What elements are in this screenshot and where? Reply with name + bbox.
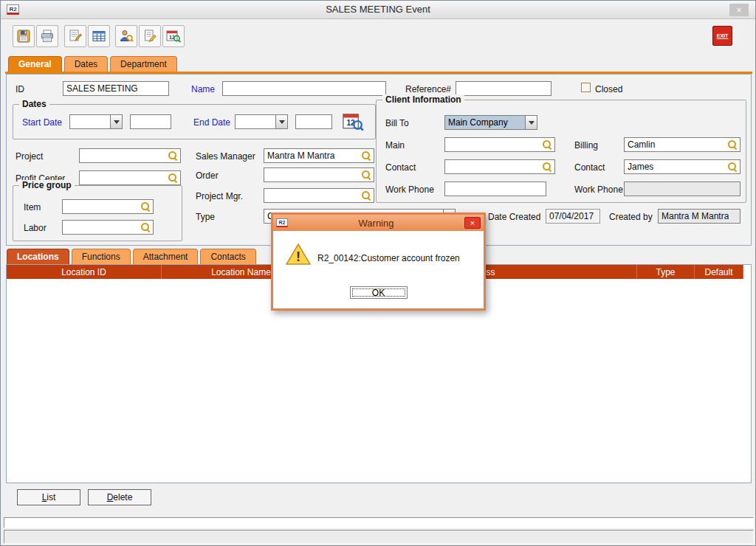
- order-label: Order: [196, 170, 219, 181]
- type-label: Type: [196, 212, 215, 222]
- window-title: SALES MEETING Event: [1, 4, 755, 15]
- bill-to-select[interactable]: Main Company: [444, 115, 537, 130]
- calendar-search-button[interactable]: 12: [162, 25, 185, 47]
- project-mgr-field[interactable]: [264, 188, 374, 203]
- billing-field[interactable]: Camlin: [624, 137, 740, 152]
- title-bar[interactable]: R2 SALES MEETING Event ×: [1, 1, 755, 19]
- print-button[interactable]: [36, 25, 58, 47]
- search-icon[interactable]: [543, 162, 551, 171]
- list-button[interactable]: List: [17, 489, 80, 505]
- sales-manager-field[interactable]: Mantra M Mantra: [264, 148, 374, 163]
- created-by-field: Mantra M Mantra: [658, 209, 740, 224]
- warning-icon: !: [285, 243, 312, 266]
- name-field[interactable]: [222, 81, 386, 96]
- work-phone-field[interactable]: [444, 182, 546, 196]
- project-mgr-label: Project Mgr.: [196, 191, 243, 201]
- search-icon[interactable]: [728, 140, 737, 149]
- edit-document-button[interactable]: [139, 25, 161, 47]
- end-date-label: End Date: [193, 117, 230, 128]
- tab-attachment[interactable]: Attachment: [133, 249, 199, 264]
- edit-document-icon: [142, 29, 157, 44]
- price-group: Price group Item Labor: [13, 185, 182, 241]
- notes-icon: [68, 29, 83, 44]
- tab-general[interactable]: General: [8, 56, 62, 72]
- tab-functions[interactable]: Functions: [72, 249, 131, 264]
- date-calendar-button[interactable]: 12: [341, 110, 365, 136]
- project-field[interactable]: [79, 148, 181, 163]
- main-label: Main: [385, 140, 405, 151]
- price-group-title: Price group: [19, 180, 75, 190]
- notes-button[interactable]: [64, 25, 86, 47]
- search-icon[interactable]: [362, 170, 371, 179]
- svg-text:!: !: [296, 249, 300, 264]
- search-icon[interactable]: [141, 202, 150, 211]
- grid-icon: [92, 29, 106, 44]
- column-header-type[interactable]: Type: [637, 265, 695, 279]
- lower-tab-bar: Locations Functions Attachment Contacts: [7, 249, 258, 264]
- id-field[interactable]: SALES MEETING: [63, 81, 169, 96]
- bill-to-label: Bill To: [385, 118, 409, 128]
- search-icon[interactable]: [728, 162, 737, 171]
- tab-dates[interactable]: Dates: [64, 56, 108, 72]
- client-information-group: Client Information Bill To Main Company …: [376, 100, 746, 203]
- search-icon[interactable]: [543, 140, 551, 149]
- id-label: ID: [16, 84, 24, 94]
- tab-department[interactable]: Department: [110, 56, 177, 72]
- contact-field[interactable]: [444, 159, 555, 174]
- tab-contacts[interactable]: Contacts: [200, 249, 255, 264]
- end-date-select[interactable]: [235, 114, 288, 129]
- dialog-title: Warning: [288, 218, 464, 229]
- start-time-field[interactable]: [130, 114, 171, 129]
- item-label: Item: [24, 202, 41, 212]
- dialog-close-button[interactable]: ×: [464, 217, 481, 229]
- project-label: Project: [16, 151, 43, 162]
- window-close-button[interactable]: ×: [729, 4, 749, 16]
- labor-label: Labor: [24, 223, 47, 233]
- print-icon: [40, 29, 55, 44]
- app-window: R2 SALES MEETING Event ×: [0, 0, 756, 546]
- status-bar-field: [4, 517, 754, 528]
- dialog-app-icon: R2: [276, 218, 288, 227]
- closed-checkbox[interactable]: [581, 83, 591, 92]
- billing-contact-label: Contact: [574, 162, 605, 173]
- person-search-icon: [119, 29, 134, 44]
- search-icon[interactable]: [362, 151, 371, 160]
- closed-label: Closed: [595, 84, 622, 94]
- grid-button[interactable]: [88, 25, 110, 47]
- start-date-select[interactable]: [69, 114, 123, 129]
- contact-label: Contact: [385, 162, 416, 173]
- save-button[interactable]: [13, 25, 35, 47]
- created-by-label: Created by: [609, 212, 653, 222]
- profit-center-field[interactable]: [79, 170, 181, 185]
- calendar-icon: 12: [341, 110, 365, 134]
- search-icon[interactable]: [362, 191, 371, 200]
- column-header-default[interactable]: Default: [695, 265, 743, 279]
- search-icon[interactable]: [141, 223, 150, 232]
- reference-field[interactable]: [456, 81, 551, 96]
- search-icon[interactable]: [168, 151, 177, 160]
- search-icon[interactable]: [168, 173, 177, 182]
- billing-work-phone-field: [624, 182, 740, 196]
- item-field[interactable]: [62, 199, 154, 214]
- dialog-message: R2_00142:Customer account frozen: [317, 253, 460, 263]
- chevron-down-icon[interactable]: [525, 115, 537, 130]
- exit-button[interactable]: EXIT: [712, 26, 732, 46]
- main-field[interactable]: [444, 137, 555, 152]
- tab-locations[interactable]: Locations: [7, 249, 69, 264]
- name-label: Name: [191, 84, 215, 94]
- status-bar: [4, 530, 754, 544]
- dates-group-title: Dates: [19, 99, 49, 109]
- person-search-button[interactable]: [115, 25, 137, 47]
- dialog-title-bar[interactable]: R2 Warning ×: [273, 215, 484, 231]
- delete-button[interactable]: Delete: [88, 489, 151, 505]
- column-header-location-id[interactable]: Location ID: [7, 265, 162, 279]
- end-time-field[interactable]: [295, 114, 332, 129]
- chevron-down-icon[interactable]: [275, 114, 288, 129]
- chevron-down-icon[interactable]: [110, 114, 123, 129]
- ok-button[interactable]: OK: [350, 286, 408, 299]
- date-created-field: 07/04/2017: [546, 209, 600, 224]
- labor-field[interactable]: [62, 220, 154, 235]
- dialog-body: ! R2_00142:Customer account frozen OK: [273, 231, 484, 308]
- order-field[interactable]: [264, 167, 374, 182]
- billing-contact-field[interactable]: James: [624, 159, 740, 174]
